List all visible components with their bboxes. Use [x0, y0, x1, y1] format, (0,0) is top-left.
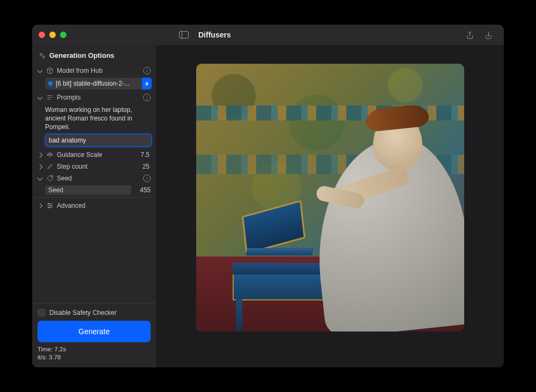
stats-its: it/s: 3.78 — [38, 353, 151, 362]
main-content — [157, 45, 504, 367]
model-section-row[interactable]: Model from Hub i — [36, 65, 152, 77]
seed-value: 455 — [136, 186, 152, 194]
sidebar-scroll: Generation Options Model from Hub i [6 b… — [32, 45, 156, 303]
advanced-label: Advanced — [57, 202, 151, 209]
sliders-icon — [46, 202, 54, 209]
cube-icon — [46, 67, 54, 74]
steps-section-row[interactable]: Step count 25 — [36, 161, 152, 172]
svg-point-0 — [40, 53, 42, 55]
model-selected-text: [6 bit] stable-diffusion-2-... — [56, 80, 142, 87]
chevron-down-icon — [38, 68, 43, 73]
guidance-value: 7.5 — [140, 151, 151, 159]
advanced-section-row[interactable]: Advanced — [36, 200, 152, 212]
chevron-right-icon — [38, 152, 43, 157]
guidance-section-row[interactable]: Guidance Scale 7.5 — [36, 149, 152, 161]
download-icon[interactable] — [484, 31, 493, 40]
app-window: Diffusers Generation Options — [32, 25, 504, 367]
titlebar-center: Diffusers — [66, 31, 465, 39]
steps-icon — [46, 163, 54, 170]
traffic-lights — [39, 32, 66, 38]
sidebar-footer: Disable Safety Checker Generate Time: 7.… — [32, 303, 156, 367]
sidebar-toggle-icon[interactable] — [179, 31, 189, 39]
close-window-button[interactable] — [39, 32, 45, 38]
chevron-down-icon — [38, 95, 43, 100]
prompts-section-row[interactable]: Prompts i — [36, 92, 152, 103]
safety-checker-row[interactable]: Disable Safety Checker — [38, 308, 151, 321]
app-title: Diffusers — [198, 31, 231, 39]
generated-image[interactable] — [196, 64, 464, 331]
steps-label: Step count — [57, 163, 139, 170]
stats-time: Time: 7.2s — [38, 345, 151, 354]
safety-checker-checkbox[interactable] — [38, 309, 45, 316]
model-section-label: Model from Hub — [57, 67, 140, 74]
info-icon[interactable]: i — [143, 175, 151, 182]
app-body: Generation Options Model from Hub i [6 b… — [32, 45, 504, 367]
safety-checker-label: Disable Safety Checker — [49, 309, 116, 316]
generate-button[interactable]: Generate — [38, 321, 151, 342]
chevron-down-icon — [38, 176, 43, 181]
svg-point-1 — [43, 56, 45, 58]
steps-value: 25 — [143, 163, 151, 170]
seed-slider-row: Seed 455 — [45, 185, 152, 195]
status-dot-icon — [48, 81, 53, 86]
share-icon[interactable] — [465, 31, 474, 40]
generation-options-label: Generation Options — [49, 51, 114, 59]
dropdown-stepper-icon[interactable] — [142, 78, 152, 89]
guidance-label: Guidance Scale — [57, 151, 137, 159]
seed-label: Seed — [57, 175, 140, 182]
seed-slider[interactable]: Seed — [45, 185, 131, 195]
tag-icon — [46, 175, 54, 182]
titlebar: Diffusers — [32, 25, 504, 45]
minimize-window-button[interactable] — [49, 32, 56, 38]
model-select[interactable]: [6 bit] stable-diffusion-2-... — [45, 78, 152, 89]
generation-stats: Time: 7.2s it/s: 3.78 — [38, 342, 151, 362]
generation-options-header: Generation Options — [36, 48, 152, 65]
divider — [32, 197, 156, 198]
chevron-right-icon — [38, 203, 43, 208]
sidebar: Generation Options Model from Hub i [6 b… — [32, 45, 157, 367]
svg-point-2 — [51, 176, 52, 177]
info-icon[interactable]: i — [143, 67, 151, 74]
fullscreen-window-button[interactable] — [60, 32, 66, 38]
gears-icon — [39, 52, 46, 59]
seed-slider-label: Seed — [48, 186, 63, 194]
chevron-right-icon — [38, 164, 43, 169]
scale-icon — [46, 151, 54, 159]
prompts-section-label: Prompts — [57, 94, 140, 101]
lines-icon — [46, 94, 54, 101]
titlebar-actions — [465, 31, 497, 40]
info-icon[interactable]: i — [143, 94, 151, 101]
negative-prompt-input[interactable]: bad anatomy — [45, 134, 152, 147]
seed-section-row[interactable]: Seed i — [36, 172, 152, 184]
positive-prompt-textarea[interactable]: Woman working on her laptop, ancient Rom… — [45, 105, 152, 132]
